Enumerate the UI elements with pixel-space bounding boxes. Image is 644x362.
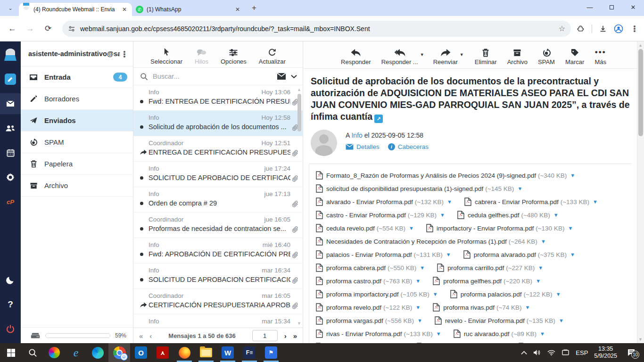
- help-button[interactable]: ?: [0, 294, 21, 315]
- scroll-up-icon[interactable]: ▲: [297, 87, 301, 92]
- attachment-item[interactable]: rivas - Enviar Proforma.pdf (~133 KB) ▼: [316, 327, 441, 340]
- back-button[interactable]: ←: [5, 21, 20, 36]
- attachment-item[interactable]: proforma alvarado.pdf (~375 KB) ▼: [463, 248, 575, 261]
- attachment-menu-caret[interactable]: ▼: [541, 239, 546, 244]
- cpanel-nav-button[interactable]: cP: [0, 191, 21, 212]
- browser-menu-icon[interactable]: •••: [630, 25, 639, 32]
- address-bar[interactable]: webmail.sanjuan.gob.ec/cpsess4685020211/…: [62, 21, 571, 37]
- headers-toggle[interactable]: i Cabeceras: [388, 143, 429, 150]
- attachment-item[interactable]: Formato_8_Razón de Proformas y Análisis …: [316, 169, 575, 182]
- scroll-down-icon[interactable]: ▼: [638, 337, 643, 342]
- attachment-item[interactable]: proforma imporfactory.pdf (~105 KB) ▼: [316, 288, 438, 301]
- url-text[interactable]: webmail.sanjuan.gob.ec/cpsess4685020211/…: [80, 25, 559, 33]
- prev-page-button[interactable]: ‹: [149, 332, 152, 340]
- tray-chevron-icon[interactable]: [521, 351, 527, 355]
- attachment-menu-caret[interactable]: ▼: [417, 318, 422, 323]
- mail-scroll-thumb[interactable]: [638, 49, 643, 136]
- forward-menu-caret[interactable]: ▼: [460, 52, 464, 57]
- reply-all-button[interactable]: Responder ... ▼: [381, 47, 418, 66]
- copilot-button[interactable]: [43, 343, 65, 362]
- folder-spam[interactable]: SPAM: [21, 132, 133, 153]
- tab-search-button[interactable]: ⌄: [4, 2, 17, 14]
- message-row[interactable]: Coordinador jue 16:05 Proformas de neces…: [133, 213, 303, 238]
- attachment-item[interactable]: ruc cabrera.pdf (~12 KB) ▼: [316, 340, 405, 343]
- message-row[interactable]: Info jue 17:24 SOLICITUD DE APROBACIO DE…: [133, 162, 303, 187]
- wifi-icon[interactable]: [547, 350, 555, 356]
- attachment-menu-caret[interactable]: ▼: [433, 291, 438, 297]
- message-row[interactable]: Info Hoy 12:58 Solicitud de aprobación d…: [133, 111, 303, 136]
- attachment-item[interactable]: solicitud de disponibilidad presupuestar…: [316, 182, 522, 195]
- archive-button[interactable]: Archivo: [507, 47, 528, 66]
- notifications-button[interactable]: 10: [623, 346, 639, 360]
- attachment-item[interactable]: proforma palacios.pdf (~122 KB) ▼: [450, 288, 561, 301]
- folder-sent[interactable]: Enviados: [21, 110, 133, 132]
- message-row[interactable]: Coordinador Hoy 12:51 ENTREGA DE CERTIFI…: [133, 136, 303, 162]
- downloads-icon[interactable]: [599, 25, 607, 33]
- attachment-menu-caret[interactable]: ▼: [559, 318, 564, 323]
- recipient-link[interactable]: Info: [351, 132, 362, 139]
- message-row[interactable]: Info mié 16:40 Fwd: APROBACIÓN DE CERTIF…: [133, 238, 303, 263]
- attachment-menu-caret[interactable]: ▼: [447, 199, 452, 205]
- scroll-down-icon[interactable]: ▼: [297, 321, 301, 326]
- attachment-item[interactable]: revelo - Enviar Proforma.pdf (~135 KB) ▼: [435, 314, 564, 327]
- attachment-menu-caret[interactable]: ▼: [409, 225, 414, 231]
- close-button[interactable]: ✕: [622, 0, 644, 14]
- attachment-menu-caret[interactable]: ▼: [436, 331, 441, 337]
- options-button[interactable]: Opciones: [221, 47, 247, 65]
- language-indicator[interactable]: ESP: [576, 349, 588, 356]
- attachment-menu-caret[interactable]: ▼: [570, 252, 575, 257]
- clock[interactable]: 13:35 5/9/2025: [594, 346, 617, 360]
- scroll-up-icon[interactable]: ▲: [638, 43, 643, 48]
- forward-button[interactable]: Reenviar ▼: [433, 47, 458, 66]
- message-row[interactable]: Info mar 16:34 SOLICITUD DE APROBACION C…: [133, 263, 303, 289]
- site-settings-icon[interactable]: [68, 25, 75, 33]
- new-tab-button[interactable]: +: [248, 2, 260, 14]
- attachment-menu-caret[interactable]: ▼: [570, 173, 575, 178]
- folder-trash[interactable]: Papelera: [21, 153, 133, 175]
- attachment-item[interactable]: imporfactory - Enviar Proforma.pdf (~130…: [426, 222, 573, 235]
- mark-button[interactable]: Marcar: [565, 47, 584, 66]
- contacts-nav-button[interactable]: [0, 118, 21, 139]
- attachment-menu-caret[interactable]: ▼: [538, 265, 543, 271]
- search-options-chevron-icon[interactable]: [291, 74, 297, 79]
- taskbar-search-button[interactable]: [22, 343, 43, 362]
- mail-nav-button[interactable]: [0, 93, 21, 114]
- message-row[interactable]: Info jue 17:13 Orden de compra # 29: [133, 187, 303, 213]
- chrome-button[interactable]: ☺: [108, 343, 130, 362]
- forward-button[interactable]: →: [23, 21, 38, 36]
- tab-close-icon[interactable]: ✕: [234, 6, 241, 13]
- compose-button[interactable]: [0, 69, 21, 90]
- logout-button[interactable]: [0, 319, 21, 339]
- word-button[interactable]: W: [217, 343, 239, 362]
- internet-explorer-button[interactable]: e: [65, 343, 87, 362]
- threads-button[interactable]: Hilos: [195, 47, 208, 65]
- list-scroll-thumb[interactable]: [297, 94, 301, 132]
- attachment-menu-caret[interactable]: ▼: [556, 291, 561, 297]
- cast-icon[interactable]: [561, 349, 570, 356]
- details-toggle[interactable]: Detalles: [346, 143, 380, 150]
- search-scope-icon[interactable]: [277, 73, 286, 80]
- select-button[interactable]: Seleccionar: [150, 47, 182, 65]
- calendar-nav-button[interactable]: [0, 142, 21, 163]
- spam-button[interactable]: SPAM: [538, 47, 555, 66]
- message-row[interactable]: Info Hoy 13:06 Fwd: ENTREGA DE CERTIFICA…: [133, 85, 303, 111]
- settings-nav-button[interactable]: [0, 167, 21, 188]
- extensions-icon[interactable]: [577, 25, 585, 33]
- attachment-menu-caret[interactable]: ▼: [415, 304, 421, 310]
- refresh-button[interactable]: Actualizar: [259, 47, 286, 65]
- folder-inbox[interactable]: Entrada 4: [21, 66, 133, 88]
- attachment-item[interactable]: alvarado - Enviar Proforma.pdf (~132 KB)…: [316, 195, 452, 208]
- mail-scrollbar[interactable]: ▲ ▼: [637, 41, 644, 343]
- folder-archive[interactable]: Archivo: [21, 175, 133, 197]
- attachment-menu-caret[interactable]: ▼: [517, 186, 522, 191]
- attachment-menu-caret[interactable]: ▼: [525, 304, 530, 310]
- attachment-item[interactable]: proforma rivas.pdf (~74 KB) ▼: [433, 301, 530, 314]
- more-button[interactable]: ••• Más: [594, 47, 606, 66]
- attachment-item[interactable]: cedula revelo.pdf (~554 KB) ▼: [316, 222, 414, 235]
- acrobat-button[interactable]: ⋏: [152, 343, 173, 362]
- attachment-item[interactable]: proforma carrillo.pdf (~227 KB) ▼: [437, 261, 543, 274]
- tab-whatsapp[interactable]: ✆ (1) WhatsApp ✕: [132, 3, 245, 16]
- attachment-item[interactable]: proforma castro.pdf (~763 KB) ▼: [316, 274, 421, 288]
- app-blue-button[interactable]: ⚑: [260, 343, 282, 362]
- attachment-item[interactable]: Necesidades de Contratación y Recepción …: [316, 235, 546, 248]
